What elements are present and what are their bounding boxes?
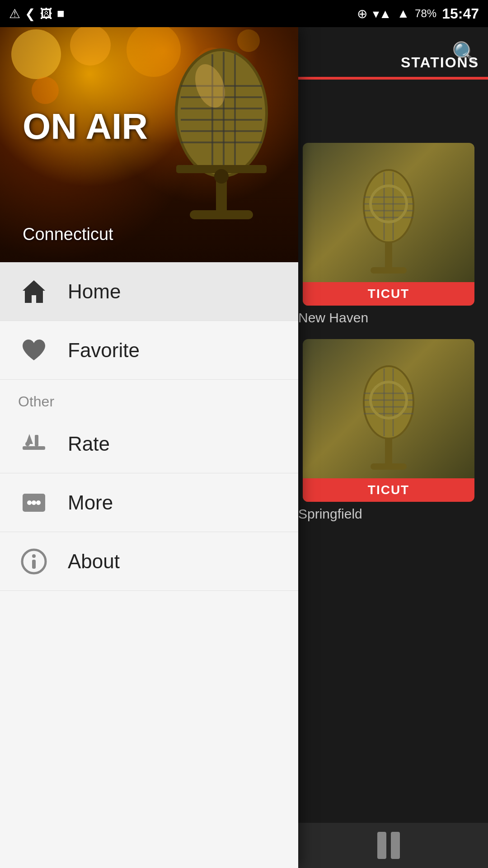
drawer-menu: Home Favorite Other <box>0 262 298 868</box>
menu-label-home: Home <box>68 280 121 303</box>
svg-rect-52 <box>32 560 36 569</box>
microphone-icon-card-2 <box>348 357 429 484</box>
microphone-hero <box>158 32 285 258</box>
signal-icon: ▲ <box>397 6 409 21</box>
svg-rect-39 <box>190 210 253 219</box>
more-icon <box>18 487 50 519</box>
section-header-other: Other <box>0 380 298 415</box>
svg-point-20 <box>11 29 61 79</box>
svg-point-51 <box>32 554 36 558</box>
pause-bar-right <box>391 832 400 859</box>
svg-rect-44 <box>35 435 38 446</box>
menu-label-rate: Rate <box>68 433 110 455</box>
heart-icon <box>18 335 50 366</box>
status-bar-left: ⚠ ❮ 🖼 ■ <box>9 6 65 21</box>
bottom-play-bar[interactable] <box>289 823 488 868</box>
station-card[interactable]: TICUT <box>303 143 474 306</box>
wifi-icon: ▾▲ <box>373 6 392 21</box>
svg-rect-17 <box>385 439 392 466</box>
svg-rect-8 <box>371 267 407 274</box>
back-icon: ❮ <box>25 6 35 21</box>
battery-level: 78% <box>415 7 436 20</box>
svg-point-23 <box>32 77 59 104</box>
menu-item-favorite[interactable]: Favorite <box>0 321 298 380</box>
station-card-image-2 <box>303 339 474 502</box>
menu-item-rate[interactable]: Rate <box>0 415 298 473</box>
station-card-2[interactable]: TICUT <box>303 339 474 502</box>
svg-point-40 <box>214 169 229 184</box>
home-icon <box>18 276 50 307</box>
station-name-2: Springfield <box>289 502 488 526</box>
alert-icon: ⚠ <box>9 6 20 21</box>
drawer: ON AIR Connecticut Home <box>0 27 298 868</box>
stations-label: STATIONS <box>401 54 479 71</box>
menu-item-home[interactable]: Home <box>0 262 298 321</box>
svg-point-49 <box>36 500 41 505</box>
on-air-text: ON AIR <box>23 108 148 145</box>
status-time: 15:47 <box>442 5 479 22</box>
svg-point-47 <box>27 500 32 505</box>
status-bar-right: ⊕ ▾▲ ▲ 78% 15:47 <box>357 5 479 22</box>
rate-icon <box>18 428 50 460</box>
menu-item-more[interactable]: More <box>0 473 298 532</box>
menu-label-about: About <box>68 550 120 573</box>
add-icon: ⊕ <box>357 6 367 21</box>
svg-rect-7 <box>385 242 392 269</box>
info-icon <box>18 546 50 577</box>
svg-rect-18 <box>371 463 407 470</box>
app-container: 🔍 STATIONS <box>0 27 488 868</box>
image-icon: 🖼 <box>40 6 52 21</box>
menu-item-about[interactable]: About <box>0 532 298 591</box>
station-card-label-2: TICUT <box>303 478 474 502</box>
station-name-1: New Haven <box>289 306 488 330</box>
stop-icon: ■ <box>57 6 65 21</box>
svg-point-21 <box>70 27 111 66</box>
station-card-image <box>303 143 474 306</box>
stations-accent <box>289 77 488 80</box>
svg-marker-41 <box>23 280 45 303</box>
svg-point-26 <box>176 50 267 176</box>
menu-label-favorite: Favorite <box>68 339 140 362</box>
station-card-label: TICUT <box>303 282 474 306</box>
svg-rect-42 <box>23 446 45 450</box>
svg-point-48 <box>32 500 36 505</box>
menu-label-more: More <box>68 491 113 514</box>
svg-point-45 <box>25 442 30 446</box>
pause-bar-left <box>377 832 386 859</box>
status-bar: ⚠ ❮ 🖼 ■ ⊕ ▾▲ ▲ 78% 15:47 <box>0 0 488 27</box>
right-panel: 🔍 STATIONS <box>289 27 488 868</box>
hero-subtitle: Connecticut <box>23 225 113 244</box>
drawer-hero: ON AIR Connecticut <box>0 27 298 262</box>
pause-button[interactable] <box>377 832 400 859</box>
microphone-icon-card <box>348 161 429 288</box>
